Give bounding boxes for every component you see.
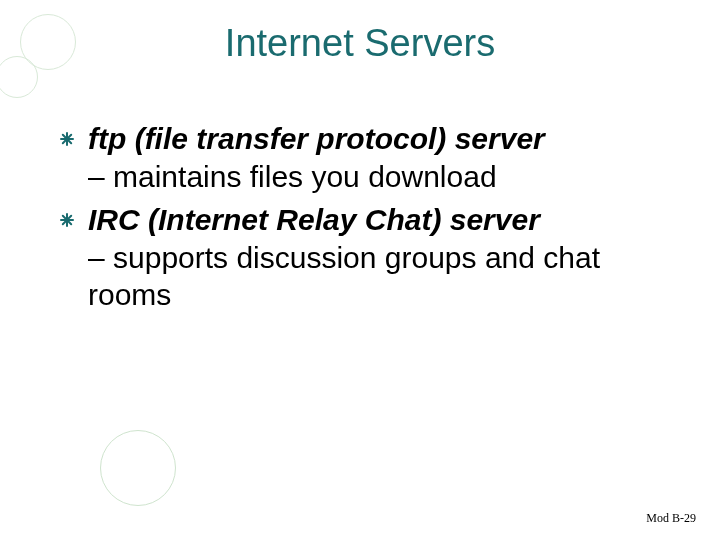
- slide-title: Internet Servers: [0, 22, 720, 65]
- item-term: ftp (file transfer protocol) server: [88, 120, 545, 158]
- item-description: – maintains files you download: [88, 158, 680, 196]
- slide: Internet Servers ftp (file transfer prot…: [0, 0, 720, 540]
- item-term: IRC (Internet Relay Chat) server: [88, 201, 540, 239]
- decor-circle-icon: [100, 430, 176, 506]
- list-item: IRC (Internet Relay Chat) server – suppo…: [60, 201, 680, 314]
- list-item-row: IRC (Internet Relay Chat) server: [60, 201, 680, 239]
- slide-content: ftp (file transfer protocol) server – ma…: [60, 120, 680, 320]
- list-item-row: ftp (file transfer protocol) server: [60, 120, 680, 158]
- item-description: – supports discussion groups and chat ro…: [88, 239, 680, 314]
- slide-footer: Mod B-29: [646, 511, 696, 526]
- asterisk-bullet-icon: [60, 132, 74, 146]
- asterisk-bullet-icon: [60, 213, 74, 227]
- list-item: ftp (file transfer protocol) server – ma…: [60, 120, 680, 195]
